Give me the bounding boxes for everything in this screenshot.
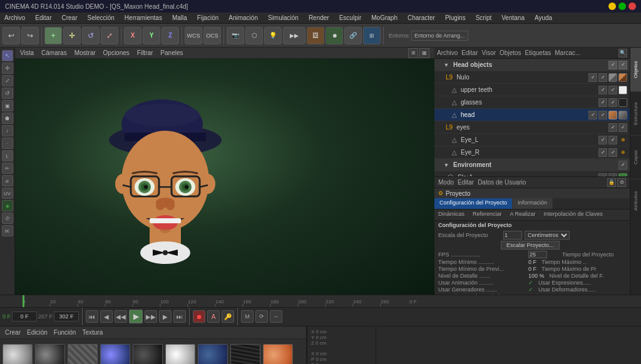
search-icon[interactable]: 🔍 [618,49,627,58]
teeth-check2[interactable]: ✓ [608,86,617,94]
head-check2[interactable]: ✓ [598,111,607,119]
obj-nulo[interactable]: L9 Nulo ✓ ✓ [434,71,630,84]
material-redskin[interactable]: red skin [263,344,293,365]
menu-esculpir[interactable]: Esculpir [337,14,364,22]
select-x[interactable]: X [124,27,141,44]
tab-config-proyecto[interactable]: Configuración del Proyecto [434,198,513,209]
attr-lock-icon[interactable]: 🔒 [607,178,616,187]
rp-objetos[interactable]: Objetos [500,49,521,56]
menu-render[interactable]: Render [307,14,331,22]
menu-ventana[interactable]: Ventana [500,14,526,22]
material-iris[interactable]: Iris [100,344,130,365]
menu-mograph[interactable]: MoGraph [369,14,399,22]
menu-ayuda[interactable]: Ayuda [533,14,554,22]
render-btn[interactable]: 🖼 [307,27,324,44]
lt-rotate[interactable]: ↺ [2,88,13,99]
lt-paint[interactable]: ✏ [2,163,13,174]
escala-input[interactable] [503,231,522,240]
rp-marcac[interactable]: Marcac... [555,49,580,56]
obj-sky[interactable]: ◯ Sky.1 ✓ ✓ [434,171,630,176]
check-1[interactable]: ✓ [608,61,617,69]
lt-uv[interactable]: UV [2,188,13,199]
lt-obj[interactable]: ▣ [2,100,13,111]
undo-button[interactable]: ↩ [3,27,20,44]
new-button[interactable]: + [44,27,62,44]
eyeright-check2[interactable]: ✓ [608,148,617,157]
record-button[interactable]: ⏺ [193,310,205,323]
env-check[interactable]: ✓ [618,161,627,169]
subtab-dinamicas[interactable]: Dinámicas [434,210,469,220]
material-mat4[interactable]: Mat.4 [68,344,98,365]
escala-unit-select[interactable]: Centímetros [525,231,570,240]
menu-fijacion[interactable]: Fijación [195,14,220,22]
next-frame-button[interactable]: ▶ [159,310,172,323]
obj-head-objects[interactable]: ▼ Head objects ✓ ✓ [434,59,630,71]
attr-datos-usuario[interactable]: Datos de Usuario [478,179,526,186]
tab-informacion[interactable]: Información [513,198,553,209]
vp-mostrar[interactable]: Mostrar [74,49,96,56]
eyeleft-check[interactable]: ✓ [598,136,607,144]
lt-point[interactable]: · [2,138,13,149]
world-coords[interactable]: WCS [185,27,202,44]
tab-capas[interactable]: Capas [630,135,641,179]
obj-eyes[interactable]: L9 eyes ✓ ✓ [434,121,630,134]
workspace-btn[interactable]: ⊞ [363,27,381,44]
teeth-check[interactable]: ✓ [598,86,607,94]
minimize-button[interactable] [608,3,616,10]
glasses-check[interactable]: ✓ [598,98,607,107]
lt-select[interactable]: ↖ [2,50,13,61]
rp-etiquetas[interactable]: Etiquetas [525,49,551,56]
obj-eye-l[interactable]: △ Eye_L ✓ ✓ ⊕ [434,134,630,146]
play-forward-button[interactable]: ▶▶ [145,310,157,323]
tool-rotate[interactable]: ↺ [82,27,100,44]
lt-edge[interactable]: / [2,125,13,136]
nulo-check[interactable]: ✓ [588,73,597,82]
lt-scale[interactable]: ⤢ [2,75,13,86]
last-frame-button[interactable]: ⏭ [173,310,186,323]
vp-expand-btn[interactable]: ⊞ [408,48,418,58]
material-mat5[interactable]: Mat.5 [35,344,65,365]
menu-herramientas[interactable]: Herramientas [123,14,164,22]
menu-seleccion[interactable]: Selección [86,14,116,22]
play-button[interactable]: ▶ [129,310,143,323]
mat-crear[interactable]: Crear [5,329,21,336]
mat-textura[interactable]: Textura [82,329,103,336]
material-tshirt[interactable]: T-Shirt [198,344,228,365]
eyeleft-check2[interactable]: ✓ [608,136,617,144]
check-2[interactable]: ✓ [618,61,627,69]
lt-live[interactable]: L [2,150,13,161]
head-check[interactable]: ✓ [588,111,597,119]
material-hair[interactable]: Hair [230,344,260,365]
glasses-check2[interactable]: ✓ [608,98,617,107]
rp-editar[interactable]: Editar [461,49,478,56]
play-back-button[interactable]: ◀◀ [115,310,127,323]
prev-frame-button[interactable]: ◀ [100,310,113,323]
obj-upper-teeth[interactable]: △ upper teeth ✓ ✓ [434,84,630,96]
eyeright-check[interactable]: ✓ [598,148,607,157]
rp-archivo[interactable]: Archivo [437,49,458,56]
maximize-button[interactable] [618,3,626,10]
obj-head[interactable]: △ head ✓ ✓ [434,109,630,121]
vp-camaras[interactable]: Cámaras [41,49,67,56]
obj-environment[interactable]: ▼ Environment ✓ [434,159,630,171]
obj-eye-r[interactable]: △ Eye_R ✓ ✓ ⊕ [434,146,630,159]
first-frame-button[interactable]: ⏮ [86,310,98,323]
vp-filtrar[interactable]: Filtrar [137,49,153,56]
select-z[interactable]: Z [162,27,179,44]
escalar-proyecto-button[interactable]: Escalar Proyecto... [501,241,560,250]
lt-ik[interactable]: IK [2,225,13,236]
loop-button[interactable]: ⟳ [255,310,268,323]
ping-pong-button[interactable]: ↔ [270,310,282,323]
attr-modo[interactable]: Modo [438,179,454,186]
lt-mat[interactable]: ◈ [2,200,13,211]
obj-glasses[interactable]: △ glasses ✓ ✓ [434,96,630,109]
mat-funcion[interactable]: Función [54,329,76,336]
autokey-button[interactable]: A [207,310,220,323]
object-list[interactable]: ▼ Head objects ✓ ✓ L9 Nulo ✓ ✓ [434,59,630,176]
mat-edicion[interactable]: Edición [27,329,48,336]
menu-archivo[interactable]: Archivo [3,14,27,22]
menu-crear[interactable]: Crear [59,14,79,22]
tab-estructura[interactable]: Estructura [630,91,641,135]
camera-btn[interactable]: 📷 [227,27,244,44]
tab-atributos[interactable]: Atributos [630,179,641,223]
